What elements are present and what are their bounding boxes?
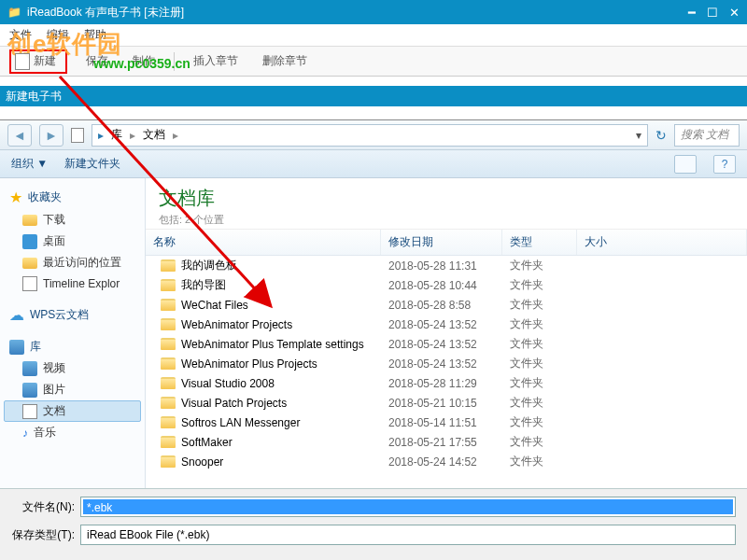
file-row[interactable]: WebAnimator Plus Projects2018-05-24 13:5… (146, 354, 747, 373)
file-type: 文件夹 (502, 414, 577, 430)
forward-button[interactable]: ► (39, 124, 63, 147)
sidebar-music[interactable]: ♪音乐 (4, 422, 141, 443)
file-date: 2018-05-24 13:52 (381, 338, 502, 351)
col-type[interactable]: 类型 (502, 230, 577, 255)
file-date: 2018-05-21 17:55 (381, 436, 502, 449)
new-label: 新建 (34, 53, 56, 69)
file-row[interactable]: WebAnimator Projects2018-05-24 13:52文件夹 (146, 315, 747, 334)
save-label: 保存 (86, 53, 108, 69)
nav-bar: ◄ ► ▸ 库 ▸ 文档 ▸ ▾ ↻ 搜索 文档 (0, 120, 747, 150)
organize-button[interactable]: 组织 ▼ (11, 156, 48, 172)
sidebar-video[interactable]: 视频 (4, 357, 141, 379)
sidebar-documents[interactable]: 文档 (4, 400, 141, 422)
back-button[interactable]: ◄ (7, 124, 32, 147)
breadcrumb[interactable]: ▸ 库 ▸ 文档 ▸ ▾ (92, 124, 648, 147)
file-name: Snooper (181, 455, 223, 469)
file-pane: 文档库 包括: 2 个位置 名称 修改日期 类型 大小 我的调色板2018-05… (146, 178, 747, 488)
sidebar-pictures[interactable]: 图片 (4, 379, 141, 400)
file-name: WeChat Files (181, 299, 248, 312)
file-row[interactable]: Softros LAN Messenger2018-05-14 11:51文件夹 (146, 413, 747, 432)
file-row[interactable]: WeChat Files2018-05-28 8:58文件夹 (146, 295, 747, 315)
new-button[interactable]: 新建 (9, 49, 67, 74)
search-placeholder: 搜索 文档 (681, 127, 728, 143)
folder-icon (161, 377, 176, 389)
filename-input[interactable]: *.ebk (80, 497, 736, 517)
column-headers: 名称 修改日期 类型 大小 (146, 230, 747, 256)
page-icon (71, 128, 84, 143)
file-name: WebAnimator Plus Template settings (181, 338, 364, 351)
folder-icon (161, 259, 176, 272)
main-titlebar: 📁 iReadBook 有声电子书 [未注册] ━ ☐ ✕ (0, 0, 747, 24)
library-icon (9, 340, 24, 355)
sidebar-wps[interactable]: ☁WPS云文档 (4, 303, 141, 327)
menu-bar: 文件 编辑 帮助 (0, 24, 747, 47)
file-row[interactable]: Visual Studio 20082018-05-28 11:29文件夹 (146, 373, 747, 393)
video-icon (22, 361, 37, 376)
savetype-dropdown[interactable]: iRead EBook File (*.ebk) (80, 525, 736, 545)
library-title: 文档库 (159, 186, 734, 211)
file-date: 2018-05-14 11:51 (381, 416, 502, 429)
make-button[interactable]: 制作 (127, 51, 161, 71)
pictures-icon (22, 383, 37, 398)
file-date: 2018-05-28 10:44 (381, 279, 502, 292)
close-icon[interactable]: ✕ (729, 6, 740, 20)
savetype-value: iRead EBook File (*.ebk) (87, 528, 209, 541)
file-date: 2018-05-24 13:52 (381, 318, 502, 331)
download-icon (22, 215, 37, 226)
folder-icon (161, 397, 176, 409)
minimize-icon[interactable]: ━ (688, 6, 696, 20)
help-button[interactable]: ? (713, 155, 736, 174)
sidebar-recent[interactable]: 最近访问的位置 (4, 252, 141, 273)
filename-label: 文件名(N): (11, 499, 75, 515)
sidebar-downloads[interactable]: 下载 (4, 209, 141, 231)
file-list[interactable]: 我的调色板2018-05-28 11:31文件夹我的导图2018-05-28 1… (146, 256, 747, 488)
search-input[interactable]: 搜索 文档 (674, 124, 740, 147)
file-type: 文件夹 (502, 316, 577, 332)
file-name: 我的导图 (181, 277, 226, 293)
file-row[interactable]: Snooper2018-05-24 14:52文件夹 (146, 452, 747, 471)
folder-icon (161, 416, 176, 428)
file-row[interactable]: WebAnimator Plus Template settings2018-0… (146, 334, 747, 354)
recent-icon (22, 258, 37, 269)
col-date[interactable]: 修改日期 (381, 230, 502, 255)
folder-icon (161, 436, 176, 448)
bc-current[interactable]: 文档 (143, 127, 165, 143)
sidebar-timeline[interactable]: Timeline Explor (4, 273, 141, 294)
file-date: 2018-05-24 13:52 (381, 357, 502, 371)
delete-chapter-button[interactable]: 删除章节 (257, 51, 313, 71)
col-size[interactable]: 大小 (577, 230, 747, 255)
view-mode-button[interactable] (674, 155, 697, 174)
new-folder-button[interactable]: 新建文件夹 (64, 156, 120, 172)
file-row[interactable]: 我的调色板2018-05-28 11:31文件夹 (146, 256, 747, 275)
documents-icon (22, 404, 37, 419)
sidebar-desktop[interactable]: 桌面 (4, 231, 141, 252)
folder-icon (161, 338, 176, 350)
menu-file[interactable]: 文件 (9, 27, 32, 43)
star-icon: ★ (9, 189, 22, 206)
file-type: 文件夹 (502, 297, 577, 313)
menu-help[interactable]: 帮助 (84, 27, 106, 43)
subtitle-bar: 新建电子书 (0, 86, 747, 106)
refresh-icon[interactable]: ↻ (655, 128, 667, 143)
file-date: 2018-05-28 11:31 (381, 259, 502, 273)
insert-chapter-button[interactable]: 插入章节 (188, 51, 244, 71)
file-type: 文件夹 (502, 395, 577, 411)
sidebar-favorites[interactable]: ★收藏夹 (4, 186, 141, 209)
timeline-icon (22, 276, 37, 291)
maximize-icon[interactable]: ☐ (707, 6, 718, 20)
file-row[interactable]: Visual Patch Projects2018-05-21 10:15文件夹 (146, 393, 747, 413)
sidebar-libraries[interactable]: 库 (4, 336, 141, 357)
folder-icon (161, 357, 176, 370)
desktop-icon (22, 234, 37, 249)
file-row[interactable]: SoftMaker2018-05-21 17:55文件夹 (146, 432, 747, 452)
bc-root[interactable]: 库 (111, 127, 122, 143)
col-name[interactable]: 名称 (146, 230, 381, 255)
menu-edit[interactable]: 编辑 (47, 27, 69, 43)
separator (174, 52, 175, 71)
save-button[interactable]: 保存 (80, 51, 114, 71)
file-type: 文件夹 (502, 434, 577, 450)
file-name: WebAnimator Plus Projects (181, 357, 317, 371)
library-subtitle: 包括: 2 个位置 (159, 213, 734, 227)
folder-icon (161, 279, 176, 291)
file-row[interactable]: 我的导图2018-05-28 10:44文件夹 (146, 275, 747, 295)
